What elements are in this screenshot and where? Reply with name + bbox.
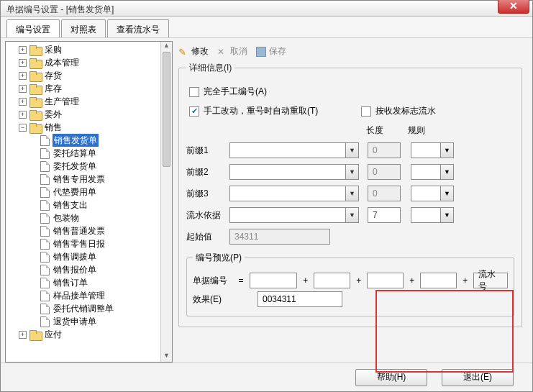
row-label: 前缀3: [186, 188, 229, 200]
save-button[interactable]: 保存: [256, 45, 286, 58]
button-label: 帮助(H): [377, 371, 406, 383]
prefix1-rule[interactable]: ▼: [411, 142, 454, 158]
auto-checkbox[interactable]: [189, 106, 199, 117]
folder-icon: [29, 97, 41, 106]
tree-label: 销售调拨单: [53, 250, 97, 263]
tree-label: 销售订单: [53, 276, 88, 289]
file-icon: [40, 187, 50, 198]
scroll-down-icon[interactable]: ▼: [161, 352, 172, 362]
tree-item[interactable]: 销售发货单: [36, 134, 170, 147]
tree-item[interactable]: 销售订单: [36, 276, 170, 289]
tree-item[interactable]: 委托结算单: [36, 147, 170, 160]
collapse-icon[interactable]: −: [19, 124, 27, 132]
cancel-button[interactable]: 取消: [217, 45, 247, 58]
expander-icon[interactable]: +: [19, 46, 27, 54]
tree-item[interactable]: 委托代销调整单: [36, 302, 170, 315]
file-icon: [40, 291, 50, 301]
tree-item[interactable]: 销售支出: [36, 199, 170, 211]
expander-icon[interactable]: +: [19, 85, 27, 93]
tree-node[interactable]: +成本管理: [17, 56, 170, 69]
scrollbar-vertical[interactable]: ▲ ▼: [160, 42, 172, 362]
tree-item[interactable]: 销售调拨单: [36, 250, 170, 263]
file-icon: [40, 200, 50, 211]
prefix2-rule[interactable]: ▼: [411, 164, 454, 180]
row-label: 前缀2: [186, 166, 229, 178]
col-header-length: 长度: [366, 124, 408, 137]
tree[interactable]: +采购 +成本管理 +存货 +库存 +生产管理 +委外 −销售 销售发货单 委托…: [6, 42, 172, 362]
body: +采购 +成本管理 +存货 +库存 +生产管理 +委外 −销售 销售发货单 委托…: [1, 38, 532, 363]
tree-node-sales[interactable]: −销售: [17, 121, 170, 134]
tree-item[interactable]: 销售普通发票: [36, 224, 170, 237]
help-button[interactable]: 帮助(H): [355, 369, 427, 386]
scrollbar-thumb[interactable]: [163, 52, 170, 167]
tree-label: 代垫费用单: [53, 186, 97, 199]
toolbar-label: 保存: [269, 45, 286, 58]
file-icon: [40, 213, 50, 224]
prefix1-length: 0: [368, 142, 401, 158]
chevron-down-icon: ▼: [440, 208, 453, 222]
tree-item[interactable]: 样品接单管理: [36, 289, 170, 302]
detail-group: 详细信息(I) 完全手工编号(A) 手工改动，重号时自动重取(T) 按收发标志流…: [178, 62, 522, 327]
expander-icon[interactable]: +: [19, 331, 27, 339]
tree-item[interactable]: 销售报价单: [36, 263, 170, 276]
prefix2-combo[interactable]: ▼: [229, 164, 359, 180]
prefix2-length: 0: [368, 164, 401, 180]
folder-icon: [29, 45, 41, 55]
serial-basis-combo[interactable]: ▼: [229, 207, 359, 223]
window: 单据编号设置 - [销售发货单] ✕ 编号设置 对照表 查看流水号 +采购 +成…: [0, 0, 533, 392]
prefix3-rule[interactable]: ▼: [411, 186, 454, 201]
tree-item[interactable]: 销售零售日报: [36, 237, 170, 250]
checkbox-label: 完全手工编号(A): [204, 86, 267, 98]
serial-length[interactable]: 7: [368, 207, 401, 223]
tab-numbering[interactable]: 编号设置: [6, 19, 60, 37]
prefix3-length: 0: [368, 186, 401, 201]
tree-node[interactable]: +采购: [17, 43, 170, 56]
tree-item[interactable]: 委托发货单: [36, 160, 170, 173]
row-label: 起始值: [186, 231, 229, 243]
serial-rule[interactable]: ▼: [411, 207, 454, 223]
save-icon: [256, 47, 266, 57]
edit-icon: [178, 47, 188, 57]
file-icon: [40, 304, 50, 314]
preview-part1: [250, 273, 297, 288]
tree-label: 销售零售日报: [53, 237, 106, 250]
tree-node[interactable]: +存货: [17, 69, 170, 82]
scroll-up-icon[interactable]: ▲: [161, 42, 172, 52]
chevron-down-icon: ▼: [345, 165, 358, 179]
tree-label: 采购: [44, 43, 63, 56]
prefix3-combo[interactable]: ▼: [229, 186, 359, 201]
prefix1-combo[interactable]: ▼: [229, 142, 359, 158]
tree-item[interactable]: 包装物: [36, 211, 170, 224]
tree-node[interactable]: +库存: [17, 82, 170, 95]
footer: 帮助(H) 退出(E): [1, 363, 532, 391]
modify-button[interactable]: 修改: [178, 45, 209, 58]
plus-icon: +: [461, 275, 469, 286]
toolbar: 修改 取消 保存: [178, 44, 522, 62]
preview-part2: [314, 273, 350, 288]
byflag-checkbox[interactable]: [361, 106, 371, 117]
serial-basis-row: 流水依据 ▼ 7 ▼: [186, 207, 514, 223]
tree-node[interactable]: +委外: [17, 108, 170, 121]
manual-checkbox[interactable]: [189, 87, 199, 97]
file-icon: [40, 148, 50, 159]
exit-button[interactable]: 退出(E): [442, 369, 514, 386]
tree-node[interactable]: +应付: [17, 328, 170, 341]
chevron-down-icon: ▼: [345, 186, 358, 201]
tab-serial-view[interactable]: 查看流水号: [107, 19, 169, 37]
expander-icon[interactable]: +: [19, 72, 27, 80]
prefix2-row: 前缀2 ▼ 0 ▼: [186, 164, 514, 180]
expander-icon[interactable]: +: [19, 59, 27, 67]
tree-label: 销售报价单: [53, 263, 97, 276]
tab-mapping[interactable]: 对照表: [61, 19, 106, 37]
tree-label: 委托代销调整单: [53, 302, 114, 315]
tree-item[interactable]: 代垫费用单: [36, 186, 170, 199]
close-button[interactable]: ✕: [498, 0, 529, 14]
expander-icon[interactable]: +: [19, 98, 27, 106]
tree-label: 委外: [44, 108, 63, 121]
tree-item[interactable]: 销售专用发票: [36, 173, 170, 186]
tree-item[interactable]: 退货申请单: [36, 315, 170, 328]
tree-node[interactable]: +生产管理: [17, 95, 170, 108]
file-icon: [40, 265, 50, 275]
expander-icon[interactable]: +: [19, 111, 27, 119]
chevron-down-icon: ▼: [440, 186, 453, 201]
